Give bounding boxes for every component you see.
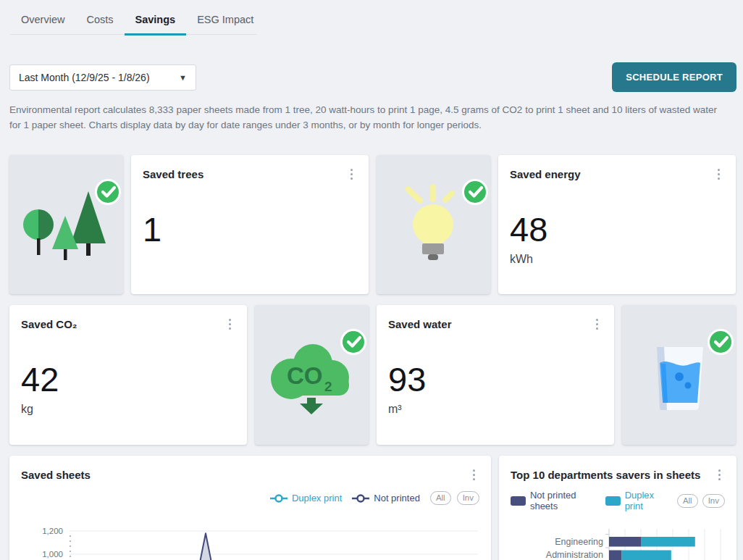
swatch-icon (511, 496, 526, 506)
legend-label: Duplex print (625, 490, 668, 511)
chart-title: Top 10 departments savers in sheets (511, 466, 700, 481)
svg-text:CO: CO (287, 362, 323, 389)
legend-all-button[interactable]: All (430, 491, 451, 505)
legend-item-not-printed-sheets[interactable]: Not printed sheets (511, 490, 597, 511)
date-range-value: Last Month (12/9/25 - 1/8/26) (19, 72, 150, 83)
kebab-menu-button[interactable] (592, 315, 603, 334)
saved-energy-card: Saved energy 48 kWh (498, 155, 736, 294)
svg-text:1,000: 1,000 (42, 550, 63, 559)
tab-costs[interactable]: Costs (75, 7, 124, 35)
trees-icon (9, 155, 123, 294)
co2-cloud-icon: CO 2 (255, 305, 369, 445)
saved-trees-card: Saved trees 1 (131, 155, 369, 294)
saved-co2-illustration: CO 2 (255, 305, 369, 445)
tab-savings[interactable]: Savings (125, 7, 187, 35)
departments-chart-legend: Not printed sheets Duplex print All Inv (511, 490, 725, 511)
card-title: Saved water (388, 315, 452, 330)
legend-inv-button[interactable]: Inv (702, 494, 725, 508)
saved-sheets-chart-card: Saved sheets Duplex print Not prin (9, 456, 491, 560)
legend-item-duplex-print[interactable]: Duplex print (270, 493, 342, 503)
legend-all-button[interactable]: All (677, 494, 698, 508)
line-marker-icon (270, 494, 287, 503)
saved-water-card: Saved water 93 m³ (377, 305, 614, 445)
report-description: Environmental report calculates 8,333 pa… (9, 103, 730, 133)
chart-row: Saved sheets Duplex print Not prin (9, 456, 736, 560)
kebab-menu-button[interactable] (714, 466, 726, 485)
check-badge-icon (462, 179, 488, 205)
saved-co2-value: 42 (21, 362, 235, 396)
water-glass-icon (622, 305, 736, 445)
legend-label: Not printed (374, 493, 420, 503)
sheets-chart-legend: Duplex print Not printed All Inv (21, 491, 479, 505)
saved-co2-unit: kg (21, 403, 235, 416)
stat-row-2: Saved CO₂ 42 kg CO 2 (9, 305, 736, 445)
lightbulb-icon (377, 155, 490, 294)
date-range-select[interactable]: Last Month (12/9/25 - 1/8/26) ▼ (9, 64, 196, 91)
check-badge-icon (95, 179, 121, 205)
toolbar: Last Month (12/9/25 - 1/8/26) ▼ SCHEDULE… (9, 62, 736, 92)
kebab-menu-button[interactable] (346, 165, 358, 184)
line-marker-icon (352, 494, 369, 503)
departments-chart-card: Top 10 departments savers in sheets Not … (499, 456, 736, 560)
legend-item-duplex-print[interactable]: Duplex print (605, 490, 668, 511)
legend-label: Duplex print (292, 493, 342, 503)
kebab-menu-button[interactable] (224, 315, 236, 334)
legend-inv-button[interactable]: Inv (457, 491, 479, 505)
legend-label: Not printed sheets (530, 490, 597, 511)
saved-trees-value: 1 (143, 212, 357, 246)
saved-water-illustration (622, 305, 736, 445)
sheets-line-chart: 1,2001,000 (21, 511, 479, 560)
chart-title: Saved sheets (21, 466, 91, 481)
saved-energy-value: 48 (510, 212, 724, 246)
svg-text:1,200: 1,200 (42, 527, 63, 535)
stat-row-1: Saved trees 1 (9, 155, 736, 294)
saved-trees-illustration (9, 155, 123, 294)
kebab-menu-button[interactable] (469, 466, 480, 485)
check-badge-icon (340, 329, 366, 355)
tab-overview[interactable]: Overview (10, 7, 75, 35)
card-title: Saved trees (143, 165, 203, 180)
card-title: Saved CO₂ (21, 315, 77, 330)
departments-bar-chart: EngineeringAdministrationSales (511, 517, 725, 560)
card-title: Saved energy (510, 165, 581, 180)
kebab-menu-button[interactable] (713, 165, 725, 184)
saved-co2-card: Saved CO₂ 42 kg (9, 305, 247, 445)
check-badge-icon (708, 329, 734, 355)
legend-item-not-printed[interactable]: Not printed (352, 493, 420, 503)
chevron-down-icon: ▼ (179, 73, 187, 82)
schedule-report-button[interactable]: SCHEDULE REPORT (612, 62, 736, 92)
saved-energy-illustration (377, 155, 490, 294)
svg-text:Engineering: Engineering (555, 537, 603, 547)
saved-water-value: 93 (388, 362, 603, 396)
savings-dashboard: Overview Costs Savings ESG Impact Last M… (0, 7, 743, 560)
svg-text:Administration: Administration (546, 551, 603, 560)
swatch-icon (605, 496, 621, 506)
svg-text:2: 2 (324, 379, 332, 394)
saved-water-unit: m³ (388, 403, 603, 416)
tab-esg-impact[interactable]: ESG Impact (186, 7, 264, 35)
tab-bar: Overview Costs Savings ESG Impact (10, 7, 257, 35)
saved-energy-unit: kWh (510, 253, 724, 266)
